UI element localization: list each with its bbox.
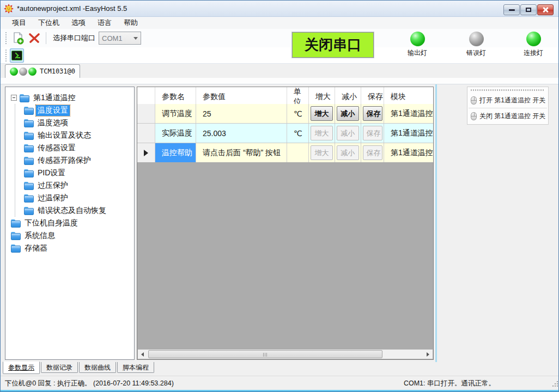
- tree-item[interactable]: PID设置: [15, 167, 134, 179]
- param-unit-cell: [287, 143, 309, 162]
- maximize-button[interactable]: [520, 4, 537, 15]
- scroll-right-icon[interactable]: [423, 350, 433, 359]
- bottom-tab[interactable]: 数据记录: [41, 362, 78, 373]
- tree-item[interactable]: 系统信息: [5, 229, 134, 242]
- close-serial-port-button[interactable]: 关闭串口: [292, 32, 374, 58]
- folder-icon: [24, 207, 33, 214]
- current-row-arrow: [144, 150, 148, 156]
- window-title: *autonewproject.xml -EasyHost 5.5: [17, 4, 127, 13]
- folder-icon: [11, 232, 20, 239]
- tree-item[interactable]: 存储器: [5, 242, 134, 254]
- bottom-tab[interactable]: 数据曲线: [79, 362, 116, 373]
- close-icon: [542, 7, 549, 13]
- toolbar-grip-2[interactable]: [5, 50, 8, 62]
- tree-item-label[interactable]: 下位机自身温度: [23, 218, 80, 229]
- menu-item[interactable]: 帮助: [118, 17, 144, 29]
- tree-item[interactable]: 温度设置: [15, 104, 134, 117]
- param-value-cell[interactable]: 请点击后面 “帮助” 按钮: [196, 143, 287, 162]
- tree-item-label[interactable]: 温度设置: [36, 105, 70, 116]
- tree-item-label[interactable]: 系统信息: [23, 230, 57, 241]
- bottom-tab[interactable]: 参数显示: [3, 362, 40, 374]
- tree-top-level: 下位机自身温度 系统信息 存储器: [5, 217, 134, 254]
- param-name-cell[interactable]: 温控帮助: [155, 143, 196, 162]
- collapse-icon[interactable]: [11, 95, 17, 101]
- tree-item[interactable]: 过温保护: [15, 192, 134, 204]
- tree-item[interactable]: 过压保护: [15, 179, 134, 192]
- horizontal-scrollbar[interactable]: [138, 350, 433, 359]
- param-name-cell[interactable]: 调节温度: [155, 104, 196, 123]
- grid-rows: 调节温度 25 ℃ 增大 减小 保存 第1通道温控 实际温度 25.003 ℃ …: [137, 103, 433, 162]
- device-status-balls: [10, 68, 37, 76]
- menu-bar: 项目下位机选项语言帮助: [1, 17, 558, 29]
- row-selector-cell[interactable]: [137, 124, 155, 143]
- tree-item-label[interactable]: 过温保护: [36, 193, 70, 204]
- tree-root-item[interactable]: 第1通道温控: [5, 91, 134, 104]
- tree-item-label[interactable]: 过压保护: [36, 180, 70, 191]
- tree-item-label[interactable]: 存储器: [23, 243, 49, 254]
- com-port-status: COM1: 串口打开。通讯正常。: [404, 379, 495, 388]
- tree-root-label[interactable]: 第1通道温控: [32, 93, 77, 103]
- status-ball-green: [28, 68, 37, 76]
- quick-action-link[interactable]: 打开 第1通道温控 开关: [467, 94, 548, 107]
- tree-item[interactable]: 温度选项: [15, 117, 134, 129]
- terminal-button[interactable]: [10, 48, 24, 63]
- folder-icon: [20, 94, 29, 101]
- parameter-tree: 第1通道温控 温度设置 温度选项 输出设置及状态 传感器设置 传感器开路保护 P…: [5, 87, 135, 360]
- table-row: 实际温度 25.003 ℃ 增大 减小 保存 第1通道温控: [137, 123, 433, 143]
- increase-button[interactable]: 增大: [311, 106, 333, 121]
- minimize-button[interactable]: [503, 4, 520, 15]
- tree-item-label[interactable]: 错误状态及自动恢复: [36, 205, 108, 216]
- tree-item[interactable]: 输出设置及状态: [15, 129, 134, 142]
- menu-item[interactable]: 项目: [6, 17, 32, 29]
- row-selector-cell[interactable]: [137, 143, 155, 162]
- title-bar[interactable]: *autonewproject.xml -EasyHost 5.5: [1, 1, 558, 17]
- tree-item[interactable]: 传感器设置: [15, 142, 134, 154]
- increase-button: 增大: [311, 126, 333, 140]
- close-button[interactable]: [537, 4, 554, 15]
- indicator-light: 连接灯: [518, 32, 549, 58]
- tab-substrip: [1, 78, 558, 84]
- new-file-icon: [11, 32, 25, 45]
- device-tab[interactable]: TCM1031@0: [5, 64, 80, 78]
- terminal-icon: [11, 51, 22, 60]
- menu-item[interactable]: 选项: [65, 17, 92, 29]
- bottom-tab[interactable]: 脚本编程: [117, 362, 154, 373]
- folder-icon: [24, 169, 33, 176]
- folder-icon: [24, 107, 33, 114]
- com-port-select[interactable]: COM1: [99, 32, 141, 45]
- menu-item[interactable]: 下位机: [32, 17, 65, 29]
- tree-item-label[interactable]: 传感器设置: [36, 143, 77, 154]
- toolbar-grip[interactable]: [5, 32, 8, 44]
- tree-item[interactable]: 下位机自身温度: [5, 217, 134, 229]
- param-value-cell[interactable]: 25.003: [196, 124, 287, 143]
- light-ball-icon: [410, 32, 425, 46]
- tree-item[interactable]: 错误状态及自动恢复: [15, 204, 134, 217]
- tree-item-label[interactable]: PID设置: [36, 168, 67, 179]
- panel-drag-handle[interactable]: [471, 89, 545, 91]
- status-ball-gray: [19, 68, 27, 76]
- param-value-cell[interactable]: 25: [196, 104, 287, 123]
- scrollbar-thumb[interactable]: [148, 350, 382, 358]
- quick-action-link[interactable]: 关闭 第1通道温控 开关: [467, 109, 548, 122]
- new-project-button[interactable]: [11, 31, 25, 45]
- tree-item-label[interactable]: 传感器开路保护: [36, 155, 93, 166]
- tree-item-label[interactable]: 输出设置及状态: [36, 130, 93, 141]
- menu-item[interactable]: 语言: [92, 17, 118, 29]
- grid-header: 参数名 参数值 单位 增大 减小 保存 模块: [137, 87, 433, 103]
- scroll-left-icon[interactable]: [138, 350, 147, 359]
- resize-grip-icon[interactable]: [551, 380, 558, 387]
- tree-item-label[interactable]: 温度选项: [36, 118, 70, 128]
- tree-item[interactable]: 传感器开路保护: [15, 154, 134, 167]
- decrease-button[interactable]: 减小: [337, 106, 359, 121]
- delete-button[interactable]: [27, 31, 41, 45]
- table-row: 调节温度 25 ℃ 增大 减小 保存 第1通道温控: [137, 103, 433, 123]
- module-cell: 第1通道温控: [384, 143, 434, 162]
- save-button[interactable]: 保存: [363, 106, 382, 121]
- indicator-light: 错误灯: [461, 32, 491, 58]
- folder-icon: [24, 194, 33, 201]
- param-name-cell[interactable]: 实际温度: [155, 124, 196, 143]
- parameter-grid: 参数名 参数值 单位 增大 减小 保存 模块 调节温度 25 ℃ 增大 减小 保…: [137, 87, 434, 360]
- vertical-splitter[interactable]: [435, 84, 437, 362]
- row-selector-cell[interactable]: [137, 104, 155, 123]
- light-label: 输出灯: [408, 48, 427, 58]
